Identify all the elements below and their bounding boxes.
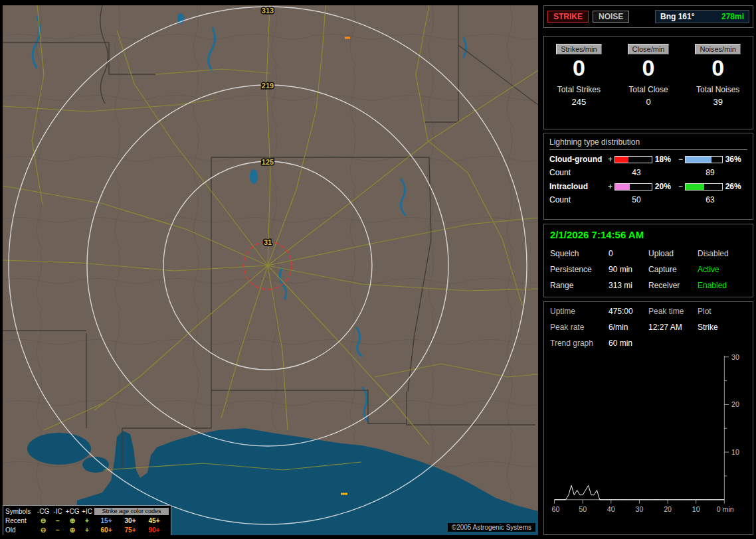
total-close-value: 0 (614, 97, 684, 107)
persistence-value: 90 min (609, 265, 648, 274)
peak-time-value: 12:27 AM (648, 323, 698, 332)
mode-section: STRIKE NOISE Bng 161° 278mi (543, 5, 753, 28)
legend-col-nic: -IC (50, 508, 65, 515)
noises-counter: Noises/min 0 Total Noises 39 (683, 42, 753, 129)
strikes-per-min-button[interactable]: Strikes/min (556, 44, 601, 54)
pcg-symbol-icon: ⊕ (65, 526, 80, 534)
cg-minus-bar (685, 156, 723, 163)
intracloud-count-row: Count 50 63 (549, 195, 747, 204)
total-noises-label: Total Noises (683, 85, 753, 94)
x-tick-40: 40 (607, 505, 615, 513)
lightning-map[interactable]: 313 219 125 31 Symbols -CG -IC +CG +IC S… (3, 5, 538, 535)
plus-sign: + (607, 182, 614, 191)
date-time: 2/1/2026 7:14:56 AM (550, 229, 747, 240)
distribution-section: Lightning type distribution Cloud-ground… (543, 133, 753, 220)
capture-label: Capture (648, 265, 698, 274)
range-ring-label-31: 31 (264, 238, 272, 246)
trend-line (555, 485, 725, 500)
legend-row-recent: Recent ⊖ − ⊕ + 15+ 30+ 45+ (5, 516, 169, 525)
uptime-value: 475:00 (609, 307, 648, 316)
peak-time-label: Peak time (648, 307, 698, 316)
receiver-label: Receiver (648, 281, 698, 290)
pcg-symbol-icon: ⊕ (65, 517, 80, 524)
cloud-ground-label: Cloud-ground (549, 155, 607, 164)
ic-minus-count: 63 (690, 195, 731, 204)
close-per-min-value: 0 (614, 56, 684, 80)
uptime-label: Uptime (550, 307, 609, 316)
bearing-value: Bng 161° (660, 12, 694, 21)
bearing-distance: 278mi (721, 12, 744, 21)
range-ring-label-125: 125 (262, 158, 274, 166)
legend-row-label: Old (5, 526, 36, 534)
noise-mode-button[interactable]: NOISE (593, 11, 629, 23)
range-value: 313 mi (609, 281, 648, 290)
legend-header: Symbols -CG -IC +CG +IC Strike age color… (5, 506, 169, 516)
age-code: 15+ (94, 517, 118, 524)
app-window: 313 219 125 31 Symbols -CG -IC +CG +IC S… (0, 0, 756, 539)
trend-graph-label: Trend graph (550, 339, 609, 348)
pic-symbol-icon: + (80, 517, 94, 524)
range-label: Range (550, 281, 609, 290)
map-legend: Symbols -CG -IC +CG +IC Strike age color… (3, 505, 171, 535)
strikes-per-min-value: 0 (544, 56, 614, 80)
squelch-label: Squelch (550, 249, 609, 258)
age-code: 60+ (94, 526, 118, 534)
legend-col-pcg: +CG (65, 508, 80, 515)
bearing-readout: Bng 161° 278mi (655, 10, 749, 23)
status-grid: Squelch 0 Upload Disabled Persistence 90… (550, 249, 747, 290)
cg-plus-count: 43 (616, 168, 657, 177)
trend-window-value: 60 min (609, 339, 747, 348)
x-tick-50: 50 (579, 505, 587, 513)
intracloud-label: Intracloud (549, 182, 607, 191)
noises-per-min-value: 0 (683, 56, 753, 80)
ncg-symbol-icon: ⊖ (36, 526, 50, 534)
y-tick-10: 10 (731, 448, 739, 456)
total-noises-value: 39 (683, 97, 753, 107)
cloud-ground-row: Cloud-ground + 18% − 36% (549, 155, 747, 164)
legend-row-old: Old ⊖ − ⊕ + 60+ 75+ 90+ (5, 525, 169, 534)
count-label: Count (549, 168, 616, 177)
strikes-counter: Strikes/min 0 Total Strikes 245 (544, 42, 614, 129)
age-code: 30+ (118, 517, 142, 524)
close-per-min-button[interactable]: Close/min (628, 44, 670, 54)
upload-value: Disabled (698, 249, 747, 258)
plot-label: Plot (698, 307, 747, 316)
age-code: 75+ (118, 526, 142, 534)
x-tick-60: 60 (552, 505, 560, 513)
status-section: 2/1/2026 7:14:56 AM Squelch 0 Upload Dis… (543, 224, 753, 297)
x-tick-20: 20 (664, 505, 672, 513)
legend-col-pic: +IC (80, 508, 94, 515)
plot-value: Strike (698, 323, 747, 332)
cg-plus-bar (614, 156, 652, 163)
intracloud-row: Intracloud + 20% − 26% (549, 182, 747, 191)
ic-minus-bar (685, 183, 723, 191)
receiver-value: Enabled (698, 281, 747, 290)
upload-label: Upload (648, 249, 698, 258)
x-tick-30: 30 (636, 505, 644, 513)
strike-mode-button[interactable]: STRIKE (547, 11, 589, 23)
minus-sign: − (677, 155, 684, 164)
age-code: 45+ (142, 517, 166, 524)
noises-per-min-button[interactable]: Noises/min (695, 44, 740, 54)
pic-symbol-icon: + (80, 526, 94, 534)
session-grid: Uptime 475:00 Peak time Plot Peak rate 6… (550, 307, 747, 332)
range-ring-label-313: 313 (262, 7, 274, 15)
persistence-label: Persistence (550, 265, 609, 274)
total-strikes-value: 245 (544, 97, 614, 107)
trend-section: Uptime 475:00 Peak time Plot Peak rate 6… (543, 301, 753, 535)
close-counter: Close/min 0 Total Close 0 (614, 42, 684, 129)
ic-plus-bar (614, 183, 652, 191)
ic-plus-pct: 20% (655, 182, 677, 191)
legend-symbols-title: Symbols (5, 508, 36, 515)
nic-symbol-icon: − (50, 526, 65, 534)
trend-chart: 30 20 10 60 50 40 30 20 10 0 min (550, 350, 747, 516)
x-tick-10: 10 (692, 505, 700, 513)
y-tick-30: 30 (731, 353, 739, 361)
y-tick-20: 20 (731, 400, 739, 408)
range-ring-label-219: 219 (262, 82, 274, 90)
plus-sign: + (607, 155, 614, 164)
legend-row-label: Recent (5, 517, 36, 524)
copyright-text: ©2005 Astrogenic Systems (448, 523, 535, 532)
peak-rate-value: 6/min (609, 323, 648, 332)
ncg-symbol-icon: ⊖ (36, 517, 50, 524)
